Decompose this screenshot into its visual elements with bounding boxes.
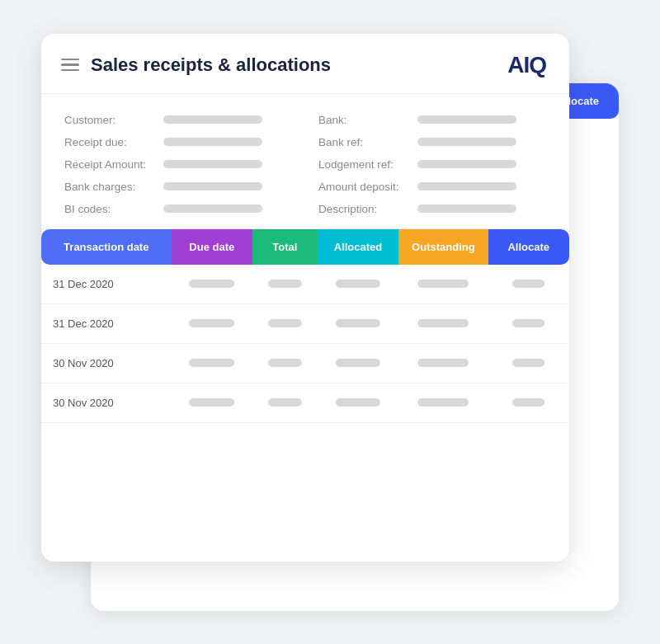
td-due-2 <box>172 319 252 327</box>
card-front: Sales receipts & allocations AIQ Custome… <box>41 34 569 562</box>
value-bank-ref <box>417 138 516 146</box>
value-bank <box>417 115 516 124</box>
th-due-date[interactable]: Due date <box>172 229 252 265</box>
card-header: Sales receipts & allocations AIQ <box>41 34 569 94</box>
table-section: Transaction date Due date Total Allocate… <box>41 229 569 562</box>
logo: AIQ <box>507 52 546 78</box>
form-row-lodgement-ref: Lodgement ref: <box>318 158 546 171</box>
td-allocate-1 <box>488 280 569 288</box>
label-receipt-due: Receipt due: <box>64 136 155 148</box>
th-allocated[interactable]: Allocated <box>318 229 398 265</box>
td-allocate-4 <box>488 398 569 407</box>
th-allocate[interactable]: Allocate <box>488 229 569 265</box>
td-due-3 <box>172 359 252 367</box>
td-outstanding-3 <box>398 359 488 367</box>
td-allocate-2 <box>488 319 569 327</box>
label-description: Description: <box>318 203 409 215</box>
value-receipt-amount <box>163 160 262 168</box>
table-row: 30 Nov 2020 <box>41 344 569 383</box>
menu-button[interactable] <box>61 59 79 72</box>
value-bank-charges <box>163 182 262 190</box>
value-amount-deposit <box>417 182 516 190</box>
td-allocated-2 <box>318 319 398 327</box>
form-row-receipt-amount: Receipt Amount: <box>64 158 292 171</box>
td-date-4: 30 Nov 2020 <box>41 397 172 409</box>
td-date-2: 31 Dec 2020 <box>41 317 172 330</box>
td-outstanding-1 <box>398 280 488 288</box>
form-row-description: Description: <box>318 203 546 215</box>
page-title: Sales receipts & allocations <box>91 54 331 76</box>
form-row-bank-charges: Bank charges: <box>64 181 292 193</box>
td-allocated-1 <box>318 280 398 288</box>
form-section: Customer: Receipt due: Receipt Amount: B… <box>41 94 569 229</box>
table-body: 31 Dec 2020 31 Dec 2020 <box>41 265 569 423</box>
label-amount-deposit: Amount deposit: <box>318 181 409 193</box>
label-bank: Bank: <box>318 114 409 126</box>
td-outstanding-2 <box>398 319 488 327</box>
form-row-customer: Customer: <box>64 114 292 126</box>
value-customer <box>163 115 262 124</box>
table-row: 31 Dec 2020 <box>41 304 569 344</box>
td-allocate-3 <box>488 359 569 367</box>
table-header: Transaction date Due date Total Allocate… <box>41 229 569 265</box>
form-row-bank-ref: Bank ref: <box>318 136 546 148</box>
th-outstanding[interactable]: Outstanding <box>398 229 488 265</box>
table-row: 31 Dec 2020 <box>41 265 569 304</box>
form-row-bi-codes: BI codes: <box>64 203 292 215</box>
form-row-bank: Bank: <box>318 114 546 126</box>
td-date-3: 30 Nov 2020 <box>41 357 172 369</box>
label-bank-ref: Bank ref: <box>318 136 409 148</box>
table-row: 30 Nov 2020 <box>41 383 569 423</box>
value-lodgement-ref <box>417 160 516 168</box>
value-description <box>417 204 516 213</box>
td-outstanding-4 <box>398 398 488 407</box>
td-due-4 <box>172 398 252 407</box>
form-row-receipt-due: Receipt due: <box>64 136 292 148</box>
td-total-4 <box>252 398 318 407</box>
value-receipt-due <box>163 138 262 146</box>
th-total[interactable]: Total <box>252 229 318 265</box>
td-allocated-4 <box>318 398 398 407</box>
label-lodgement-ref: Lodgement ref: <box>318 158 409 171</box>
form-col-right: Bank: Bank ref: Lodgement ref: Amount de… <box>318 114 546 215</box>
td-due-1 <box>172 280 252 288</box>
th-transaction[interactable]: Transaction date <box>41 229 172 265</box>
td-total-2 <box>252 319 318 327</box>
form-row-amount-deposit: Amount deposit: <box>318 181 546 193</box>
td-total-1 <box>252 280 318 288</box>
label-bi-codes: BI codes: <box>64 203 155 215</box>
label-bank-charges: Bank charges: <box>64 181 155 193</box>
label-customer: Customer: <box>64 114 155 126</box>
form-grid: Customer: Receipt due: Receipt Amount: B… <box>64 114 546 215</box>
value-bi-codes <box>163 204 262 213</box>
td-allocated-3 <box>318 359 398 367</box>
td-total-3 <box>252 359 318 367</box>
label-receipt-amount: Receipt Amount: <box>64 158 155 171</box>
scene: Transaction date Due date Total Allocate… <box>41 34 619 611</box>
form-col-left: Customer: Receipt due: Receipt Amount: B… <box>64 114 292 215</box>
header-left: Sales receipts & allocations <box>61 54 331 76</box>
td-date-1: 31 Dec 2020 <box>41 278 172 290</box>
